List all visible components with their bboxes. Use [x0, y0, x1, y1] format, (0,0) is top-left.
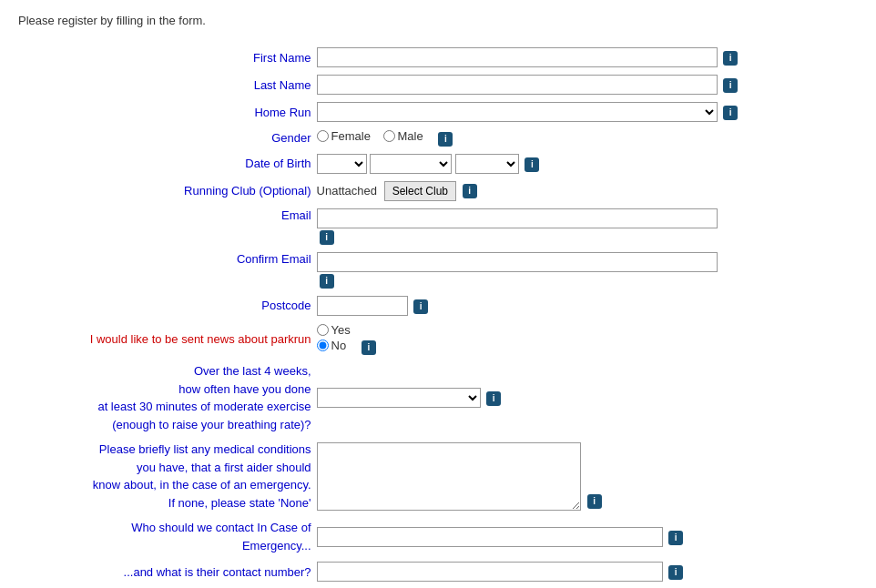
- gender-label: Gender: [18, 126, 314, 150]
- first-name-input[interactable]: [317, 47, 718, 67]
- first-name-info-icon[interactable]: i: [723, 51, 738, 66]
- home-run-select[interactable]: [317, 102, 718, 122]
- home-run-label: Home Run: [18, 98, 314, 126]
- exercise-label: Over the last 4 weeks, how often have yo…: [18, 359, 314, 437]
- exercise-select[interactable]: [317, 388, 481, 408]
- dob-day-select[interactable]: [317, 154, 367, 174]
- news-no-label[interactable]: No: [317, 339, 347, 352]
- male-label-text: Male: [398, 129, 423, 143]
- dob-field-cell: i: [314, 150, 858, 177]
- news-yes-radio[interactable]: [317, 324, 329, 336]
- emergency-number-field-cell: i: [314, 558, 858, 585]
- emergency-number-info-icon[interactable]: i: [668, 565, 683, 580]
- medical-info-icon[interactable]: i: [587, 494, 602, 509]
- medical-field-cell: i: [314, 437, 858, 515]
- emergency-contact-label: Who should we contact In Case of Emergen…: [18, 515, 314, 558]
- first-name-field-cell: i: [314, 44, 858, 71]
- registration-form: First Name i Last Name i Home Run i Gend…: [18, 44, 858, 588]
- email-label: Email: [18, 205, 314, 248]
- first-name-label: First Name: [18, 44, 314, 71]
- running-club-field-cell: Unattached Select Club i: [314, 177, 858, 205]
- last-name-field-cell: i: [314, 71, 858, 98]
- female-radio-label[interactable]: Female: [317, 129, 371, 143]
- medical-textarea[interactable]: [317, 442, 581, 511]
- email-info-icon[interactable]: i: [320, 230, 334, 245]
- dob-year-select[interactable]: [455, 154, 519, 174]
- last-name-info-icon[interactable]: i: [723, 78, 738, 93]
- emergency-contact-field-cell: i: [314, 515, 858, 558]
- emergency-contact-input[interactable]: [317, 527, 663, 547]
- female-label-text: Female: [331, 129, 371, 143]
- confirm-email-info-icon[interactable]: i: [320, 274, 334, 289]
- postcode-field-cell: i: [314, 292, 858, 319]
- male-radio[interactable]: [383, 130, 395, 142]
- exercise-field-cell: i: [314, 359, 858, 437]
- emergency-contact-info-icon[interactable]: i: [668, 531, 683, 545]
- female-radio[interactable]: [317, 130, 329, 142]
- postcode-input[interactable]: [317, 296, 408, 316]
- news-info-icon[interactable]: i: [362, 340, 376, 355]
- confirm-email-input[interactable]: [317, 252, 718, 272]
- postcode-info-icon[interactable]: i: [413, 299, 428, 314]
- exercise-info-icon[interactable]: i: [486, 391, 501, 406]
- news-no-text: No: [331, 339, 347, 352]
- medical-label: Please briefly list any medical conditio…: [18, 437, 314, 515]
- confirm-email-label: Confirm Email: [18, 248, 314, 292]
- running-club-info-icon[interactable]: i: [463, 184, 477, 198]
- news-no-radio[interactable]: [317, 340, 329, 351]
- postcode-label: Postcode: [18, 292, 314, 319]
- gender-field-cell: Female Male i: [314, 126, 858, 150]
- confirm-email-field-cell: i: [314, 248, 858, 292]
- last-name-label: Last Name: [18, 71, 314, 98]
- emergency-number-input[interactable]: [317, 562, 663, 582]
- email-input[interactable]: [317, 208, 718, 228]
- home-run-field-cell: i: [314, 98, 858, 126]
- news-yes-text: Yes: [331, 323, 351, 337]
- select-club-button[interactable]: Select Club: [384, 181, 456, 201]
- running-club-label: Running Club (Optional): [18, 177, 314, 205]
- unattached-text: Unattached: [317, 184, 378, 198]
- dob-month-select[interactable]: [370, 154, 452, 174]
- dob-label: Date of Birth: [18, 150, 314, 177]
- gender-info-icon[interactable]: i: [438, 132, 453, 147]
- last-name-input[interactable]: [317, 75, 718, 95]
- emergency-number-label: ...and what is their contact number?: [18, 558, 314, 585]
- male-radio-label[interactable]: Male: [383, 129, 423, 143]
- news-field-cell: Yes No i: [314, 319, 858, 360]
- news-label: I would like to be sent news about parkr…: [18, 319, 314, 360]
- intro-text: Please register by filling in the form.: [18, 14, 858, 27]
- news-yes-label[interactable]: Yes: [317, 323, 351, 337]
- email-field-cell: i: [314, 205, 858, 248]
- dob-info-icon[interactable]: i: [525, 157, 539, 172]
- home-run-info-icon[interactable]: i: [723, 106, 738, 120]
